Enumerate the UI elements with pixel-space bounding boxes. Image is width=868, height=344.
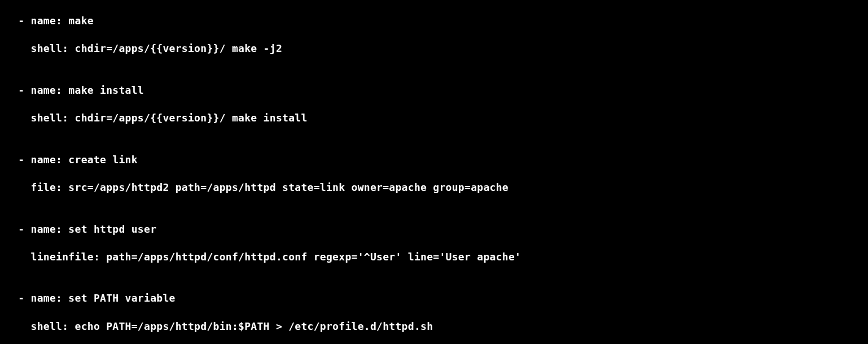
yaml-line: shell: chdir=/apps/{{version}}/ make ins… <box>6 111 862 125</box>
yaml-line: - name: set httpd user <box>6 223 862 237</box>
yaml-line: - name: set PATH variable <box>6 291 862 306</box>
yaml-line: lineinfile: path=/apps/httpd/conf/httpd.… <box>6 250 862 264</box>
yaml-line: - name: make <box>6 14 862 28</box>
yaml-line: shell: echo PATH=/apps/httpd/bin:$PATH >… <box>6 320 862 334</box>
terminal-output[interactable]: - name: make shell: chdir=/apps/{{versio… <box>0 0 868 344</box>
yaml-line: - name: make install <box>6 84 862 98</box>
yaml-line: shell: chdir=/apps/{{version}}/ make -j2 <box>6 42 862 56</box>
yaml-line: - name: create link <box>6 153 862 167</box>
yaml-line: file: src=/apps/httpd2 path=/apps/httpd … <box>6 181 862 195</box>
